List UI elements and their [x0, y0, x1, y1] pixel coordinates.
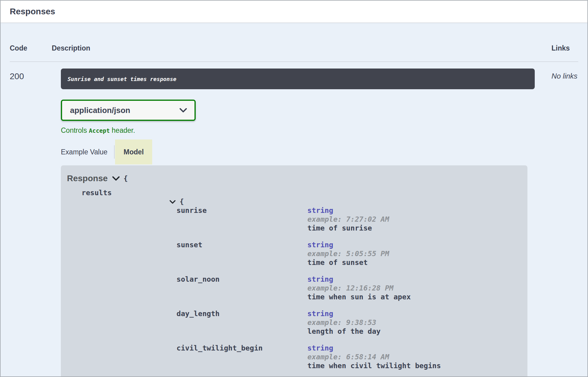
property-type: string [307, 344, 527, 353]
accept-header-hint: Controls Accept header. [61, 126, 551, 135]
accept-header-code: Accept [89, 127, 110, 134]
property-name: solar_noon [177, 275, 307, 301]
responses-table-header: Code Description Links [10, 44, 578, 62]
tab-model-active[interactable]: Model [115, 139, 152, 164]
property-description: time when civil twilight begins [307, 361, 527, 370]
responses-title: Responses [10, 7, 55, 16]
code-column-header: Code [10, 44, 52, 52]
media-type-select[interactable]: application/json [61, 100, 196, 121]
nested-collapse-chevron-icon[interactable] [169, 200, 176, 204]
property-name: sunrise [177, 206, 307, 233]
property-type: string [307, 206, 527, 215]
model-field-results: results [82, 188, 527, 197]
nested-open-brace: { [180, 197, 184, 206]
property-name: sunset [177, 241, 307, 267]
property-example: example: 5:05:55 PM [307, 249, 527, 258]
tab-divider [114, 145, 114, 159]
model-property-row: sunsetstringexample: 5:05:55 PMtime of s… [67, 241, 527, 267]
property-description: length of the day [307, 327, 527, 336]
property-example: example: 12:16:28 PM [307, 284, 527, 293]
property-example: example: 7:27:02 AM [307, 215, 527, 224]
tab-example-value[interactable]: Example Value [61, 139, 114, 164]
model-panel: Response { results { sunrisestringexam [61, 165, 527, 376]
property-name: civil_twilight_begin [177, 344, 307, 370]
swagger-responses-window: Responses Code Description Links 200 Sun… [0, 0, 588, 377]
property-description: time of sunrise [307, 224, 527, 233]
property-name: day_length [177, 309, 307, 336]
links-column-header: Links [551, 44, 578, 52]
response-links-value: No links [551, 71, 578, 81]
model-open-brace: { [124, 174, 128, 183]
example-model-tabs: Example Value Model [61, 139, 551, 164]
model-property-row: day_lengthstringexample: 9:38:53length o… [67, 309, 527, 336]
model-properties: sunrisestringexample: 7:27:02 AMtime of … [67, 206, 527, 376]
model-property-row: sunrisestringexample: 7:27:02 AMtime of … [67, 206, 527, 233]
response-code: 200 [10, 72, 52, 81]
property-description: time of sunset [307, 258, 527, 267]
response-description-text: Sunrise and sunset times response [68, 76, 177, 82]
property-type: string [307, 309, 527, 318]
media-type-selected-value: application/json [70, 106, 130, 115]
model-property-row: solar_noonstringexample: 12:16:28 PMtime… [67, 275, 527, 301]
property-type: string [307, 275, 527, 284]
property-type: string [307, 241, 527, 249]
response-description-banner: Sunrise and sunset times response [61, 69, 535, 89]
model-property-row: civil_twilight_beginstringexample: 6:58:… [67, 344, 527, 370]
model-title: Response [67, 174, 108, 183]
responses-section: Code Description Links 200 Sunrise and s… [1, 23, 587, 376]
property-example: example: 6:58:14 AM [307, 353, 527, 361]
collapse-chevron-icon[interactable] [112, 176, 120, 181]
description-column-header: Description [52, 44, 551, 52]
property-description: time when sun is at apex [307, 293, 527, 301]
chevron-down-icon [179, 108, 187, 113]
response-row-200: 200 Sunrise and sunset times response ap… [10, 62, 578, 376]
responses-header: Responses [1, 1, 587, 23]
property-example: example: 9:38:53 [307, 318, 527, 327]
